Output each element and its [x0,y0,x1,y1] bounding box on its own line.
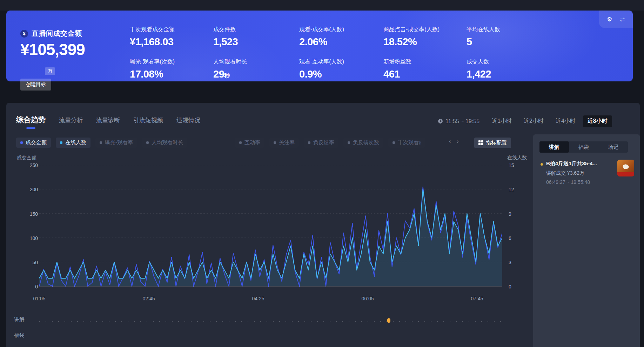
metric-cell: 平均在线人数 5 [467,26,617,58]
trend-panel: 综合趋势 流量分析 流量诊断 引流短视频 违规情况 11:55 ~ 19:55 … [6,103,640,347]
legend-dot [146,141,149,144]
metric-value: 0.9% [299,68,383,80]
left-axis-tick: 150 [17,211,38,217]
item-bullet-dot [541,163,543,166]
metric-cell: 千次观看成交金额 ¥1,168.03 [130,26,213,58]
legend-dot [308,141,310,144]
metric-value: 461 [383,68,467,80]
item-time-range: 06:49:27 ~ 19:55:48 [546,179,590,185]
left-axis-tick: 0 [17,284,38,289]
metric-value: 1,523 [213,36,299,48]
metric-cell: 商品点击-成交率(人数) 18.52% [383,26,467,58]
x-axis-tick: 01:05 [33,296,45,301]
sidebar-tab-log[interactable]: 场记 [598,141,628,153]
chip-exposure-view-rate[interactable]: 曝光-观看率 [95,138,137,148]
metric-cell: 成交件数 1,523 [213,26,299,58]
chip-interaction-rate[interactable]: 互动率 [235,138,264,148]
right-axis-tick: 15 [509,162,514,168]
chip-negative-feedback-rate[interactable]: 负反馈率 [304,138,338,148]
metric-label: 商品点击-成交率(人数) [383,26,467,33]
explain-timeline-track [39,321,502,322]
x-axis-tick: 07:45 [471,296,483,301]
chip-online-users[interactable]: 在线人数 [56,138,90,148]
tab-traffic-diagnosis[interactable]: 流量诊断 [96,116,120,124]
tab-traffic-analysis[interactable]: 流量分析 [59,116,83,124]
product-thumbnail[interactable] [617,160,634,176]
clock-icon [438,119,443,124]
metric-value: 17.08% [130,68,213,80]
x-axis-tick: 04:25 [252,296,264,301]
time-range: 11:55 ~ 19:55 [438,118,479,125]
right-axis-tick: 9 [509,211,511,217]
time-filter-group: 11:55 ~ 19:55 近1小时 近2小时 近4小时 近8小时 [438,115,612,127]
gmv-unit-badge: 万 [45,67,55,75]
metric-label: 千次观看成交金额 [130,26,213,33]
metric-label: 人均观看时长 [213,58,299,66]
metric-value: 2.06% [299,36,383,48]
swap-icon[interactable]: ⇌ [620,16,625,23]
tab-composite-trend[interactable]: 综合趋势 [16,115,46,125]
metric-cell: 观看-成交率(人数) 2.06% [299,26,383,58]
timeline-row-luckybag-label: 福袋 [14,332,25,339]
kpi-metric-grid: 千次观看成交金额 ¥1,168.03 成交件数 1,523 观看-成交率(人数)… [130,26,617,91]
metric-label: 观看-成交率(人数) [299,26,383,33]
explain-marker-dot[interactable] [387,318,390,323]
legend-dot [274,141,276,144]
chevron-right-icon[interactable]: › [457,138,458,145]
left-axis-tick: 250 [17,162,38,168]
legend-dot [20,141,23,144]
chip-per-mille-gmv[interactable]: 千次观看成交金额 [388,138,425,148]
time-btn-8h[interactable]: 近8小时 [583,115,612,127]
panel-tabs: 综合趋势 流量分析 流量诊断 引流短视频 违规情况 [16,115,200,125]
chip-negative-feedback-count[interactable]: 负反馈次数 [343,138,383,148]
metric-label: 成交件数 [213,26,299,33]
timeline-row-explain-label: 讲解 [14,316,25,323]
tab-violations[interactable]: 违规情况 [176,116,200,124]
chevron-left-icon[interactable]: ‹ [449,138,451,145]
metric-label: 平均在线人数 [467,26,617,33]
legend-dot [348,141,350,144]
metric-value: 1,422 [467,68,617,80]
metric-label: 成交人数 [467,58,617,66]
left-axis-tick: 200 [17,187,38,192]
metric-cell: 成交人数 1,422 [467,58,617,91]
time-btn-2h[interactable]: 近2小时 [519,115,548,127]
create-goal-button[interactable]: 创建目标 [20,79,51,91]
tab-short-video[interactable]: 引流短视频 [133,116,163,124]
metric-cell: 新增粉丝数 461 [383,58,467,91]
sidebar-tab-explain[interactable]: 讲解 [539,141,569,153]
chip-follow-rate[interactable]: 关注率 [269,138,299,148]
time-range-text: 11:55 ~ 19:55 [445,118,479,125]
legend-dot [393,141,395,144]
metric-label: 新增粉丝数 [383,58,467,66]
banner-title-row: ¥ 直播间成交金额 [20,29,82,38]
left-axis-tick: 100 [17,235,38,241]
window-top-strip [0,0,644,11]
banner-corner-actions: ⚙ ⇌ [599,11,633,28]
trend-chart-plot[interactable] [39,165,502,287]
legend-dot [239,141,242,144]
legend-dot [100,141,102,144]
legend-dot [60,141,62,144]
chip-gmv[interactable]: 成交金额 [16,138,51,148]
metric-config-button[interactable]: 指标配置 [474,138,511,148]
gear-icon[interactable]: ⚙ [607,16,612,23]
right-axis-tick: 3 [509,260,511,265]
metric-cell: 人均观看时长 29秒 [213,58,299,91]
time-btn-4h[interactable]: 近4小时 [551,115,580,127]
metric-value: 29秒 [213,68,299,80]
sidebar-tab-luckybag[interactable]: 福袋 [569,141,598,153]
right-axis-title: 在线人数 [507,155,527,161]
chart-series [39,187,502,286]
metric-value: 5 [467,36,617,48]
explain-list-item[interactable]: B拍4斤送1斤共35-4... 讲解成交 ¥3.62万 06:49:27 ~ 1… [533,158,640,193]
sidebar-tabs: 讲解 福袋 场记 [539,141,628,153]
metric-label: 观看-互动率(人数) [299,58,383,66]
metric-value: ¥1,168.03 [130,36,213,48]
yen-coin-icon: ¥ [20,30,28,38]
chip-avg-watch-time[interactable]: 人均观看时长 [142,138,187,148]
right-axis-tick: 6 [509,235,511,241]
legend-chip-row: 成交金额 在线人数 曝光-观看率 人均观看时长 互动率 关注率 负反馈率 负反馈… [16,138,425,148]
time-btn-1h[interactable]: 近1小时 [487,115,516,127]
chip-scroll-nav: ‹ › [449,138,459,145]
